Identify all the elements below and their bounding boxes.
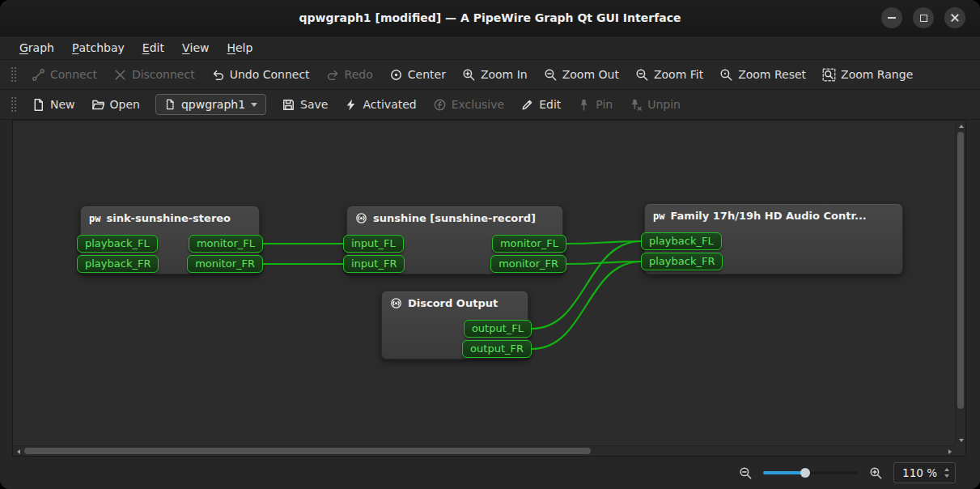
spin-up-button[interactable] <box>944 468 949 471</box>
toolbar-handle[interactable] <box>10 96 16 113</box>
pin-icon <box>577 98 591 112</box>
close-icon <box>950 13 960 23</box>
vertical-scrollbar[interactable] <box>955 121 965 445</box>
menu-graph[interactable]: Graph <box>11 36 63 59</box>
node-title-text: sunshine [sunshine-record] <box>373 212 536 224</box>
node-title-text: Discord Output <box>408 297 498 309</box>
pipewire-icon: pw <box>89 213 100 224</box>
undo-connect-button[interactable]: Undo Connect <box>204 64 317 86</box>
node-family-audio-controller[interactable]: pw Family 17h/19h HD Audio Contr... play… <box>644 203 903 274</box>
port-playback-fl[interactable]: playback_FL <box>641 232 722 250</box>
menubar: Graph Patchbay Edit View Help <box>0 36 980 60</box>
port-output-fl[interactable]: output_FL <box>464 320 532 338</box>
zoom-in-icon <box>462 68 476 82</box>
port-playback-fr[interactable]: playback_FR <box>77 255 159 273</box>
lightning-icon <box>344 98 358 112</box>
port-monitor-fr[interactable]: monitor_FR <box>490 255 566 273</box>
toolbar-item-label: Pin <box>596 98 613 111</box>
port-input-fl[interactable]: input_FL <box>343 235 404 253</box>
menu-edit[interactable]: Edit <box>134 36 173 59</box>
zoom-fit-button[interactable]: Zoom Fit <box>628 64 711 86</box>
scroll-down-button[interactable] <box>956 435 966 445</box>
horizontal-scrollbar-thumb[interactable] <box>24 448 591 454</box>
zoom-spinbox[interactable]: 110 % <box>893 462 956 483</box>
open-folder-icon <box>91 98 105 112</box>
port-input-fr[interactable]: input_FR <box>343 255 405 273</box>
scroll-up-button[interactable] <box>956 121 966 131</box>
patchbay-file-icon <box>164 99 176 110</box>
scroll-left-button[interactable] <box>13 446 23 457</box>
statusbar: 110 % <box>0 457 980 489</box>
arrow-up-icon <box>959 125 964 128</box>
horizontal-scrollbar[interactable] <box>13 445 955 456</box>
new-button[interactable]: New <box>24 94 83 116</box>
pipewire-icon: pw <box>653 210 664 222</box>
port-monitor-fr[interactable]: monitor_FR <box>187 255 263 273</box>
zoom-out-button[interactable]: Zoom Out <box>537 64 626 86</box>
zoom-spin-arrows <box>944 468 949 478</box>
toolbar-item-label: Unpin <box>647 98 681 111</box>
scroll-right-button[interactable] <box>944 446 955 457</box>
zoom-reset-icon <box>719 68 733 82</box>
toolbar-item-label: Zoom Range <box>841 68 913 81</box>
menu-help[interactable]: Help <box>218 36 261 59</box>
port-playback-fr[interactable]: playback_FR <box>641 253 723 270</box>
toolbar-item-label: Exclusive <box>452 98 504 111</box>
zoom-slider[interactable] <box>763 466 859 479</box>
pin-button[interactable]: Pin <box>570 94 620 116</box>
zoom-in-button[interactable]: Zoom In <box>455 64 535 86</box>
menu-view[interactable]: View <box>173 36 218 59</box>
connections-layer <box>13 121 955 445</box>
toolbar-item-label: Edit <box>539 98 561 111</box>
redo-button[interactable]: Redo <box>319 64 380 86</box>
arrow-left-icon <box>17 449 20 454</box>
port-monitor-fl[interactable]: monitor_FL <box>492 235 566 253</box>
save-button[interactable]: Save <box>274 94 335 116</box>
toolbar-main: Connect Disconnect Undo Connect Redo Cen… <box>0 60 980 90</box>
toolbar-item-label: Center <box>408 68 446 81</box>
zoom-range-button[interactable]: Zoom Range <box>815 64 920 86</box>
minimize-button[interactable] <box>881 7 902 28</box>
toolbar-item-label: Activated <box>363 98 416 111</box>
zoom-out-icon <box>544 68 558 82</box>
titlebar[interactable]: qpwgraph1 [modified] — A PipeWire Graph … <box>0 0 980 36</box>
edit-toggle[interactable]: Edit <box>513 94 568 116</box>
disconnect-icon <box>113 68 127 82</box>
port-playback-fl[interactable]: playback_FL <box>77 235 158 253</box>
redo-icon <box>326 68 340 82</box>
node-title-text: Family 17h/19h HD Audio Contr... <box>670 210 866 222</box>
zoom-in-status-icon[interactable] <box>869 466 883 480</box>
spin-down-button[interactable] <box>944 474 949 478</box>
vertical-scrollbar-thumb[interactable] <box>957 132 964 409</box>
toolbar-handle[interactable] <box>10 66 16 83</box>
unpin-button[interactable]: Unpin <box>622 94 688 116</box>
patchbay-combobox-value: qpwgraph1 <box>181 98 245 111</box>
node-title: Discord Output <box>382 291 528 309</box>
disconnect-button[interactable]: Disconnect <box>106 64 202 86</box>
arrow-down-icon <box>959 439 964 442</box>
activated-toggle[interactable]: Activated <box>337 94 423 116</box>
port-monitor-fl[interactable]: monitor_FL <box>189 235 263 253</box>
node-discord-output[interactable]: Discord Output output_FL output_FR <box>381 291 528 359</box>
port-output-fr[interactable]: output_FR <box>462 340 532 358</box>
connect-button[interactable]: Connect <box>24 64 104 86</box>
close-button[interactable] <box>944 7 965 28</box>
toolbar-item-label: Connect <box>50 68 97 81</box>
zoom-reset-button[interactable]: Zoom Reset <box>712 64 813 86</box>
toolbar-item-label: Save <box>300 98 328 111</box>
menu-patchbay[interactable]: Patchbay <box>63 36 134 59</box>
center-button[interactable]: Center <box>382 64 453 86</box>
toolbar-item-label: Zoom In <box>481 68 528 81</box>
node-sunshine[interactable]: sunshine [sunshine-record] input_FL inpu… <box>346 206 563 274</box>
node-sink-sunshine-stereo[interactable]: pw sink-sunshine-stereo playback_FL play… <box>80 206 260 274</box>
minimize-icon <box>888 17 896 19</box>
zoom-slider-thumb[interactable] <box>800 468 810 478</box>
unpin-icon <box>629 98 643 112</box>
open-button[interactable]: Open <box>84 94 147 116</box>
scrollbar-corner <box>955 445 965 456</box>
graph-canvas[interactable]: pw sink-sunshine-stereo playback_FL play… <box>13 121 955 445</box>
exclusive-toggle[interactable]: Exclusive <box>426 94 511 116</box>
zoom-out-status-icon[interactable] <box>739 466 753 480</box>
patchbay-combobox[interactable]: qpwgraph1 <box>155 94 266 115</box>
maximize-button[interactable] <box>913 7 934 28</box>
